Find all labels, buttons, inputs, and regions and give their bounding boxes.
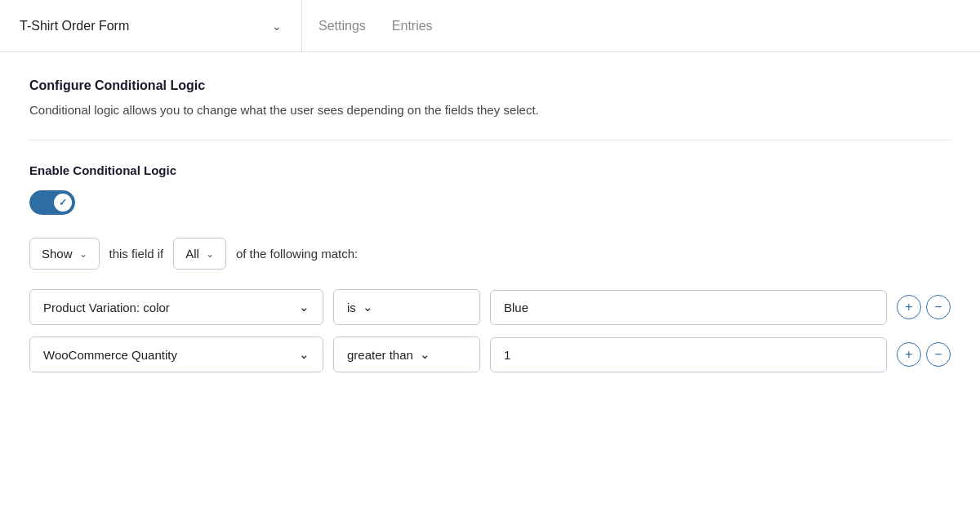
rule-1-field-label: Product Variation: color bbox=[43, 301, 170, 314]
rule-2-operator-label: greater than bbox=[347, 348, 413, 362]
rule-1-remove-button[interactable]: − bbox=[926, 295, 951, 319]
rule-2-remove-button[interactable]: − bbox=[926, 342, 951, 367]
rule-row: WooCommerce Quantity ⌄ greater than ⌄ + … bbox=[29, 337, 951, 372]
rule-1-field-select[interactable]: Product Variation: color ⌄ bbox=[29, 289, 323, 325]
match-select[interactable]: All ⌄ bbox=[173, 238, 226, 270]
rule-2-actions: + − bbox=[897, 342, 951, 367]
match-select-chevron-icon: ⌄ bbox=[206, 248, 214, 260]
show-select-chevron-icon: ⌄ bbox=[79, 248, 87, 260]
condition-suffix-text: of the following match: bbox=[236, 247, 358, 261]
form-selector-chevron-icon: ⌄ bbox=[272, 20, 282, 33]
nav-tabs: Settings Entries bbox=[302, 0, 449, 51]
main-content: Configure Conditional Logic Conditional … bbox=[0, 52, 980, 399]
toggle-check-icon: ✓ bbox=[59, 197, 67, 208]
rule-1-operator-select[interactable]: is ⌄ bbox=[333, 289, 480, 325]
condition-middle-text: this field if bbox=[109, 247, 164, 261]
rule-2-add-button[interactable]: + bbox=[897, 342, 921, 367]
enable-conditional-logic-toggle[interactable]: ✓ bbox=[29, 190, 75, 215]
enable-label: Enable Conditional Logic bbox=[29, 163, 951, 177]
rule-1-add-button[interactable]: + bbox=[897, 295, 921, 319]
toggle-container: ✓ bbox=[29, 190, 951, 215]
rule-1-operator-label: is bbox=[347, 301, 356, 314]
rule-2-field-label: WooCommerce Quantity bbox=[43, 348, 177, 362]
rule-1-operator-chevron-icon: ⌄ bbox=[363, 300, 373, 314]
condition-row: Show ⌄ this field if All ⌄ of the follow… bbox=[29, 238, 951, 270]
rule-row: Product Variation: color ⌄ is ⌄ + − bbox=[29, 289, 951, 325]
section-title: Configure Conditional Logic bbox=[29, 78, 951, 93]
rule-2-value-input[interactable] bbox=[490, 337, 887, 372]
rule-1-value-input[interactable] bbox=[490, 290, 887, 325]
tab-settings[interactable]: Settings bbox=[318, 16, 366, 37]
rule-2-field-chevron-icon: ⌄ bbox=[299, 347, 310, 362]
section-description: Conditional logic allows you to change w… bbox=[29, 103, 951, 117]
divider-top bbox=[29, 140, 951, 140]
rule-2-operator-select[interactable]: greater than ⌄ bbox=[333, 337, 480, 372]
match-select-label: All bbox=[185, 247, 199, 261]
rule-1-actions: + − bbox=[897, 295, 951, 319]
top-bar: T-Shirt Order Form ⌄ Settings Entries bbox=[0, 0, 980, 52]
rule-1-field-chevron-icon: ⌄ bbox=[299, 300, 310, 314]
show-select-label: Show bbox=[42, 247, 73, 261]
form-selector-title: T-Shirt Order Form bbox=[20, 19, 129, 33]
show-select[interactable]: Show ⌄ bbox=[29, 238, 100, 270]
rule-2-field-select[interactable]: WooCommerce Quantity ⌄ bbox=[29, 337, 323, 372]
rule-2-operator-chevron-icon: ⌄ bbox=[420, 347, 430, 362]
rules-container: Product Variation: color ⌄ is ⌄ + − WooC… bbox=[29, 289, 951, 372]
toggle-knob: ✓ bbox=[54, 194, 72, 212]
form-selector[interactable]: T-Shirt Order Form ⌄ bbox=[0, 0, 302, 51]
tab-entries[interactable]: Entries bbox=[392, 16, 433, 37]
